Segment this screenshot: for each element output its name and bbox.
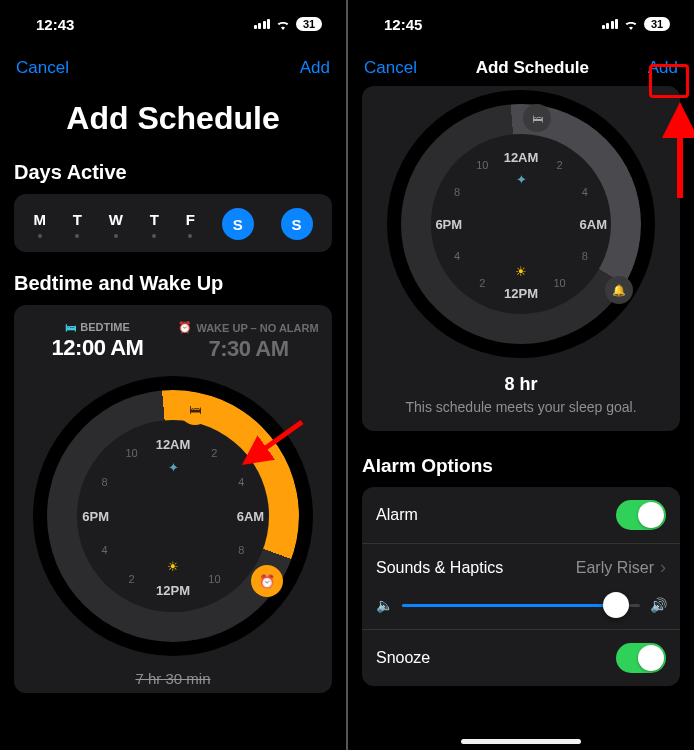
bedtime-label: Bedtime and Wake Up (14, 272, 332, 295)
alarm-row-label: Alarm (376, 506, 418, 524)
alarm-options-label: Alarm Options (362, 455, 680, 477)
bedtime-handle[interactable]: 🛏 (523, 104, 551, 132)
nav-title: Add Schedule (476, 58, 589, 78)
battery-icon: 31 (296, 17, 322, 31)
snooze-toggle[interactable] (616, 643, 666, 673)
sounds-row[interactable]: Sounds & Haptics Early Riser› (362, 543, 680, 591)
status-icons: 31 (254, 17, 323, 31)
wakeup-handle[interactable]: 🔔 (605, 276, 633, 304)
volume-slider-row: 🔈 🔊 (362, 591, 680, 629)
sounds-row-label: Sounds & Haptics (376, 559, 503, 577)
day-button-sun[interactable]: S (281, 208, 313, 240)
status-time: 12:45 (384, 16, 422, 33)
duration-text: 7 hr 30 min (14, 656, 332, 693)
snooze-row: Snooze (362, 629, 680, 686)
clock-face: 12AM 6AM 12PM 6PM 2 4 8 10 2 4 8 10 ✦ ☀ (83, 426, 263, 606)
nav-bar: Cancel Add Schedule Add (348, 48, 694, 86)
wifi-icon (623, 18, 639, 30)
stars-icon: ✦ (516, 171, 527, 186)
bedtime-header-label: 🛏BEDTIME (22, 321, 173, 333)
cellular-dual-icon (602, 19, 619, 29)
sleep-clock[interactable]: 🛏 🔔 12AM 6AM 12PM 6PM 2 4 8 10 2 4 8 10 … (387, 90, 655, 358)
alarm-clock-icon: ⏰ (178, 321, 192, 334)
cancel-button[interactable]: Cancel (16, 58, 69, 78)
add-button[interactable]: Add (648, 58, 678, 78)
status-time: 12:43 (36, 16, 74, 33)
goal-note: This schedule meets your sleep goal. (362, 399, 680, 431)
screen-right: 12:45 31 Cancel Add Schedule Add 🛏 🔔 12 (346, 0, 694, 750)
days-row: M T W T F S S (14, 194, 332, 252)
wakeup-time[interactable]: 7:30 AM (173, 336, 324, 362)
duration-text: 8 hr (362, 374, 680, 395)
cellular-dual-icon (254, 19, 271, 29)
volume-high-icon: 🔊 (650, 597, 666, 613)
home-indicator[interactable] (461, 739, 581, 744)
status-bar: 12:45 31 (348, 0, 694, 48)
snooze-row-label: Snooze (376, 649, 430, 667)
day-button-mon[interactable]: M (33, 211, 46, 238)
cancel-button[interactable]: Cancel (364, 58, 417, 78)
sleep-clock[interactable]: 🛏 ⏰ 12AM 6AM 12PM 6PM 2 4 8 10 2 4 8 (33, 376, 313, 656)
clock-face: 12AM 6AM 12PM 6PM 2 4 8 10 2 4 8 10 ✦ ☀ (437, 140, 605, 308)
nav-bar: Cancel Add (0, 48, 346, 86)
sleep-card: 🛏 🔔 12AM 6AM 12PM 6PM 2 4 8 10 2 4 8 10 … (362, 86, 680, 431)
bedtime-card: 🛏BEDTIME 12:00 AM ⏰WAKE UP – NO ALARM 7:… (14, 305, 332, 693)
day-button-sat[interactable]: S (222, 208, 254, 240)
alarm-row: Alarm (362, 487, 680, 543)
screen-left: 12:43 31 Cancel Add Add Schedule Days Ac… (0, 0, 346, 750)
day-button-wed[interactable]: W (109, 211, 123, 238)
sounds-row-value: Early Riser› (576, 557, 666, 578)
volume-thumb[interactable] (603, 592, 629, 618)
day-button-tue[interactable]: T (73, 211, 82, 238)
bedtime-handle[interactable]: 🛏 (179, 393, 211, 425)
bed-icon: 🛏 (65, 321, 76, 333)
battery-icon: 31 (644, 17, 670, 31)
alarm-toggle[interactable] (616, 500, 666, 530)
sun-icon: ☀ (515, 264, 527, 279)
sun-icon: ☀ (167, 559, 179, 574)
volume-low-icon: 🔈 (376, 597, 392, 613)
volume-slider[interactable] (402, 604, 640, 607)
bedtime-time[interactable]: 12:00 AM (22, 335, 173, 361)
wifi-icon (275, 18, 291, 30)
alarm-options-card: Alarm Sounds & Haptics Early Riser› 🔈 🔊 (362, 487, 680, 686)
day-button-fri[interactable]: F (186, 211, 195, 238)
days-active-label: Days Active (14, 161, 332, 184)
status-bar: 12:43 31 (0, 0, 346, 48)
wakeup-header-label: ⏰WAKE UP – NO ALARM (173, 321, 324, 334)
chevron-right-icon: › (660, 557, 666, 578)
status-icons: 31 (602, 17, 671, 31)
stars-icon: ✦ (168, 460, 179, 475)
page-title: Add Schedule (0, 86, 346, 161)
add-button[interactable]: Add (300, 58, 330, 78)
day-button-thu[interactable]: T (150, 211, 159, 238)
